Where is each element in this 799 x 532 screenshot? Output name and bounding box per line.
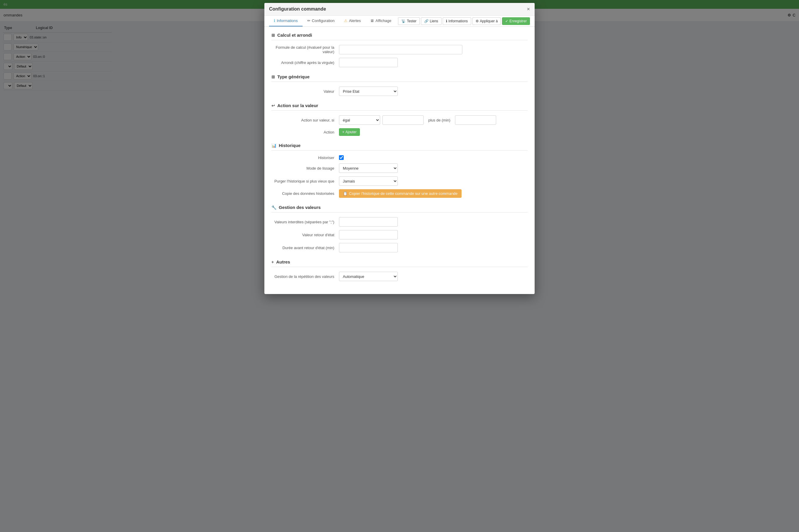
valeur-row: Valeur Prise Etat Autre option 1 Autre o… — [271, 87, 528, 96]
action-btn-row: Action + Ajouter — [271, 128, 528, 136]
section-historique: 📊 Historique Historiser Mode de lissage … — [271, 143, 528, 198]
section-autres-title: + Autres — [271, 260, 528, 267]
modal-tabs: ℹ Informations ✏ Configuration ⚠ Alertes… — [265, 16, 534, 27]
modal: Configuration commande × ℹ Informations … — [265, 3, 534, 294]
interdites-input[interactable] — [339, 217, 398, 227]
calcul-icon: ⊞ — [271, 33, 275, 38]
copier-icon: 📋 — [343, 191, 347, 196]
historiser-label: Historiser — [271, 155, 339, 160]
historique-title-text: Historique — [279, 143, 301, 148]
enregistrer-button[interactable]: ✓ Enregistrer — [502, 17, 530, 25]
modal-header: Configuration commande × — [265, 3, 534, 16]
appliquer-icon: ⚙ — [476, 19, 479, 23]
gestion-valeurs-title-text: Gestion des valeurs — [279, 205, 321, 210]
modal-body: ⊞ Calcul et arrondi Formule de calcul (#… — [265, 27, 534, 294]
tester-label: Tester — [407, 19, 417, 23]
tabs-left: ℹ Informations ✏ Configuration ⚠ Alertes… — [269, 16, 396, 26]
ajouter-label: Ajouter — [345, 130, 357, 134]
duree-retour-row: Durée avant retour d'état (min) — [271, 243, 528, 252]
retour-etat-label: Valeur retour d'état — [271, 233, 339, 237]
enregistrer-label: Enregistrer — [509, 19, 527, 23]
formule-row: Formule de calcul (#value# pour la valeu… — [271, 45, 528, 54]
informations-action-button[interactable]: ℹ Informations — [443, 17, 471, 25]
liens-icon: 🔗 — [424, 19, 429, 23]
section-action-valeur-title: ↩ Action sur la valeur — [271, 103, 528, 111]
arrondi-label: Arrondi (chiffre après la virgule) — [271, 60, 339, 65]
modal-close-button[interactable]: × — [527, 6, 530, 12]
mode-lissage-row: Mode de lissage Moyenne Aucun Maximum Mi… — [271, 164, 528, 173]
historique-icon: 📊 — [271, 143, 276, 148]
retour-etat-input[interactable] — [339, 230, 398, 240]
section-action-valeur: ↩ Action sur la valeur Action sur valeur… — [271, 103, 528, 136]
tabs-right: 📡 Tester 🔗 Liens ℹ Informations ⚙ Appliq… — [398, 17, 530, 25]
valeur-select[interactable]: Prise Etat Autre option 1 Autre option 2 — [339, 87, 398, 96]
tab-configuration-icon: ✏ — [307, 18, 310, 23]
interdites-label: Valeurs interdites (séparées par ";") — [271, 220, 339, 224]
action-si-label: Action sur valeur, si — [271, 118, 339, 122]
historiser-row: Historiser — [271, 155, 528, 160]
tester-icon: 📡 — [401, 19, 406, 23]
retour-etat-row: Valeur retour d'état — [271, 230, 528, 240]
mode-lissage-label: Mode de lissage — [271, 166, 339, 170]
formule-label: Formule de calcul (#value# pour la valeu… — [271, 45, 339, 54]
tab-alertes-label: Alertes — [349, 18, 361, 23]
tab-configuration-label: Configuration — [312, 18, 334, 23]
autres-icon: + — [271, 260, 274, 264]
repetition-label: Gestion de la répétition des valeurs — [271, 274, 339, 279]
section-historique-title: 📊 Historique — [271, 143, 528, 151]
action-si-select[interactable]: égal supérieur inférieur — [339, 115, 380, 125]
appliquer-label: Appliquer à — [480, 19, 498, 23]
ajouter-plus-icon: + — [342, 130, 344, 134]
tab-configuration[interactable]: ✏ Configuration — [303, 16, 339, 26]
copie-row: Copie des données historisées 📋 Copier l… — [271, 189, 528, 198]
enregistrer-icon: ✓ — [505, 19, 508, 23]
copier-historique-button[interactable]: 📋 Copier l'historique de cette commande … — [339, 189, 461, 198]
purger-select[interactable]: Jamais 1 mois 3 mois 6 mois 1 an — [339, 176, 398, 186]
liens-button[interactable]: 🔗 Liens — [421, 17, 441, 25]
formule-input[interactable] — [339, 45, 462, 54]
tab-alertes[interactable]: ⚠ Alertes — [339, 16, 365, 26]
section-autres: + Autres Gestion de la répétition des va… — [271, 260, 528, 281]
tab-informations[interactable]: ℹ Informations — [269, 16, 303, 26]
purger-row: Purger l'historique si plus vieux que Ja… — [271, 176, 528, 186]
action-si-row: Action sur valeur, si égal supérieur inf… — [271, 115, 528, 125]
tab-alertes-icon: ⚠ — [344, 18, 347, 23]
tester-button[interactable]: 📡 Tester — [398, 17, 420, 25]
section-type-generique-title: ⊞ Type générique — [271, 74, 528, 82]
repetition-select[interactable]: Automatique Jamais Toujours — [339, 272, 398, 281]
type-generique-icon: ⊞ — [271, 75, 275, 79]
plus-de-label: plus de (min) — [428, 118, 450, 122]
action-si-controls: égal supérieur inférieur plus de (min) — [339, 115, 496, 125]
repetition-row: Gestion de la répétition des valeurs Aut… — [271, 272, 528, 281]
autres-title-text: Autres — [276, 260, 290, 264]
historiser-checkbox[interactable] — [339, 155, 344, 160]
historiser-checkbox-wrapper — [339, 155, 344, 160]
liens-label: Liens — [430, 19, 438, 23]
action-valeur-title-text: Action sur la valeur — [277, 103, 318, 108]
arrondi-row: Arrondi (chiffre après la virgule) — [271, 58, 528, 67]
arrondi-input[interactable] — [339, 58, 398, 67]
tab-informations-icon: ℹ — [274, 18, 275, 23]
valeur-label: Valeur — [271, 89, 339, 94]
section-calcul-title: ⊞ Calcul et arrondi — [271, 33, 528, 40]
modal-title: Configuration commande — [269, 6, 326, 12]
gestion-valeurs-icon: 🔧 — [271, 205, 276, 210]
tab-informations-label: Informations — [277, 18, 298, 23]
action-si-value-input[interactable] — [382, 115, 423, 125]
section-gestion-valeurs: 🔧 Gestion des valeurs Valeurs interdites… — [271, 205, 528, 252]
calcul-title-text: Calcul et arrondi — [277, 33, 312, 38]
interdites-row: Valeurs interdites (séparées par ";") — [271, 217, 528, 227]
duree-retour-input[interactable] — [339, 243, 398, 252]
plus-de-input[interactable] — [455, 115, 496, 125]
purger-label: Purger l'historique si plus vieux que — [271, 179, 339, 184]
duree-retour-label: Durée avant retour d'état (min) — [271, 246, 339, 250]
tab-affichage[interactable]: 🖥 Affichage — [365, 16, 396, 26]
section-gestion-valeurs-title: 🔧 Gestion des valeurs — [271, 205, 528, 212]
mode-lissage-select[interactable]: Moyenne Aucun Maximum Minimum — [339, 164, 398, 173]
copie-label: Copie des données historisées — [271, 191, 339, 196]
copier-label: Copier l'historique de cette commande su… — [349, 191, 458, 196]
section-calcul: ⊞ Calcul et arrondi Formule de calcul (#… — [271, 33, 528, 67]
ajouter-button[interactable]: + Ajouter — [339, 128, 360, 136]
appliquer-button[interactable]: ⚙ Appliquer à — [472, 17, 501, 25]
action-btn-label: Action — [271, 130, 339, 134]
